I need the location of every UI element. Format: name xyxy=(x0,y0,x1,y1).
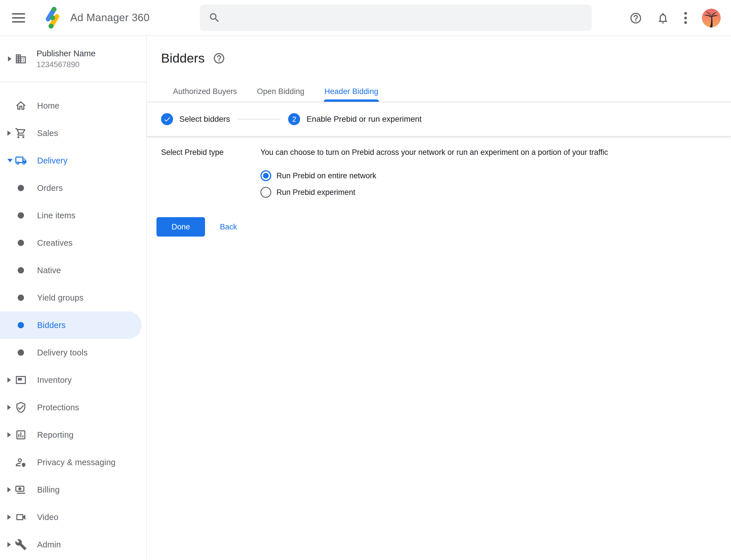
shield-check-icon xyxy=(15,401,27,413)
expand-arrow-icon xyxy=(7,131,11,136)
home-icon xyxy=(15,100,27,112)
form-description: You can choose to turn on Prebid across … xyxy=(261,147,608,157)
sidebar: Publisher Name 1234567890 Home Sales Del… xyxy=(0,36,147,560)
sidebar-nav: Home Sales Delivery Orders Line items xyxy=(0,82,146,558)
radio-option-label: Run Prebid experiment xyxy=(277,188,355,197)
radio-run-prebid-entire-network[interactable]: Run Prebid on entire network xyxy=(261,170,608,181)
publisher-switcher[interactable]: Publisher Name 1234567890 xyxy=(0,36,146,82)
radio-run-prebid-experiment[interactable]: Run Prebid experiment xyxy=(261,187,608,198)
sidebar-item-admin[interactable]: Admin xyxy=(0,531,146,558)
avatar[interactable] xyxy=(702,9,721,27)
step-enable-prebid[interactable]: 2 Enable Prebid or run experiment xyxy=(288,113,421,125)
title-help-icon[interactable] xyxy=(213,52,225,65)
expand-arrow-icon xyxy=(7,515,11,520)
search-bar[interactable] xyxy=(200,5,592,31)
sidebar-item-label: Native xyxy=(37,266,61,275)
expand-arrow-icon xyxy=(7,487,11,492)
search-input[interactable] xyxy=(228,5,592,31)
sidebar-item-label: Video xyxy=(37,513,59,522)
sidebar-item-video[interactable]: Video xyxy=(0,503,146,531)
app-title: Ad Manager 360 xyxy=(70,12,150,24)
notifications-icon[interactable] xyxy=(656,12,669,25)
sidebar-item-reporting[interactable]: Reporting xyxy=(0,421,146,449)
sidebar-item-privacy-messaging[interactable]: Privacy & messaging xyxy=(0,449,146,476)
back-button[interactable]: Back xyxy=(220,223,237,231)
building-icon xyxy=(15,53,27,65)
videocam-icon xyxy=(15,511,27,523)
bullet-icon xyxy=(18,349,24,356)
sidebar-item-label: Privacy & messaging xyxy=(37,458,116,467)
sidebar-item-bidders[interactable]: Bidders xyxy=(0,311,142,339)
sidebar-item-protections[interactable]: Protections xyxy=(0,394,146,421)
sidebar-item-home[interactable]: Home xyxy=(0,92,146,119)
step-complete-check-icon xyxy=(161,113,173,125)
sidebar-item-delivery-tools[interactable]: Delivery tools xyxy=(0,339,146,366)
tab-bar: Authorized Buyers Open Bidding Header Bi… xyxy=(147,87,731,102)
top-app-bar: Ad Manager 360 xyxy=(0,0,731,36)
sidebar-item-label: Billing xyxy=(37,485,60,495)
bar-chart-icon xyxy=(15,429,27,441)
publisher-name: Publisher Name xyxy=(37,49,95,58)
sidebar-item-label: Delivery xyxy=(37,156,67,165)
expand-arrow-icon xyxy=(7,542,11,547)
payments-icon xyxy=(15,484,27,496)
sidebar-item-label: Protections xyxy=(37,403,79,412)
sidebar-item-label: Sales xyxy=(37,129,58,138)
page-title: Bidders xyxy=(161,51,205,66)
bullet-icon xyxy=(18,185,24,191)
prebid-type-form: Select Prebid type You can choose to tur… xyxy=(147,137,731,198)
sidebar-item-label: Home xyxy=(37,101,59,111)
sidebar-item-label: Creatives xyxy=(37,238,73,248)
topbar-actions xyxy=(629,0,721,36)
tab-authorized-buyers[interactable]: Authorized Buyers xyxy=(173,87,238,102)
sidebar-item-label: Inventory xyxy=(37,375,72,385)
bullet-icon xyxy=(18,267,24,273)
bullet-icon xyxy=(18,212,24,219)
done-button[interactable]: Done xyxy=(157,217,205,237)
sidebar-item-label: Reporting xyxy=(37,430,74,440)
help-icon[interactable] xyxy=(629,12,642,25)
sidebar-item-orders[interactable]: Orders xyxy=(0,174,146,202)
main-content: Bidders Authorized Buyers Open Bidding H… xyxy=(147,36,731,560)
form-field-label: Select Prebid type xyxy=(161,147,261,198)
sidebar-item-billing[interactable]: Billing xyxy=(0,476,146,503)
sidebar-item-label: Yield groups xyxy=(37,293,84,303)
radio-selected-icon[interactable] xyxy=(261,170,271,181)
step-label: Enable Prebid or run experiment xyxy=(307,115,421,124)
sidebar-item-native[interactable]: Native xyxy=(0,257,146,284)
collapse-arrow-icon xyxy=(7,159,13,162)
wrench-icon xyxy=(15,539,27,551)
menu-icon[interactable] xyxy=(12,13,25,23)
cart-icon xyxy=(15,127,27,139)
radio-unselected-icon[interactable] xyxy=(261,187,271,198)
step-number-badge: 2 xyxy=(288,113,300,125)
form-actions: Done Back xyxy=(157,217,731,237)
ad-manager-logo-icon xyxy=(41,6,64,29)
step-connector xyxy=(237,119,281,119)
sidebar-item-yield-groups[interactable]: Yield groups xyxy=(0,284,146,311)
more-options-icon[interactable] xyxy=(684,11,688,25)
sidebar-item-creatives[interactable]: Creatives xyxy=(0,229,146,257)
sidebar-item-line-items[interactable]: Line items xyxy=(0,202,146,229)
ad-unit-icon xyxy=(15,374,27,386)
search-icon xyxy=(209,12,221,24)
sidebar-item-inventory[interactable]: Inventory xyxy=(0,366,146,394)
bullet-icon xyxy=(18,322,24,328)
tab-header-bidding[interactable]: Header Bidding xyxy=(324,87,379,102)
sidebar-item-label: Line items xyxy=(37,211,75,220)
expand-arrow-icon xyxy=(7,405,11,410)
bullet-icon xyxy=(18,295,24,301)
sidebar-item-label: Delivery tools xyxy=(37,348,88,357)
step-select-bidders[interactable]: Select bidders xyxy=(161,113,230,125)
sidebar-item-delivery[interactable]: Delivery xyxy=(0,147,146,174)
sidebar-item-label: Admin xyxy=(37,540,61,549)
radio-option-label: Run Prebid on entire network xyxy=(277,171,376,180)
truck-icon xyxy=(15,155,27,167)
stepper: Select bidders 2 Enable Prebid or run ex… xyxy=(147,102,731,137)
sidebar-item-sales[interactable]: Sales xyxy=(0,119,146,147)
prebid-type-radio-group: Run Prebid on entire network Run Prebid … xyxy=(261,170,608,198)
person-shield-icon xyxy=(15,456,27,468)
expand-arrow-icon xyxy=(7,432,11,437)
sidebar-item-label: Bidders xyxy=(37,321,66,330)
tab-open-bidding[interactable]: Open Bidding xyxy=(257,87,305,102)
